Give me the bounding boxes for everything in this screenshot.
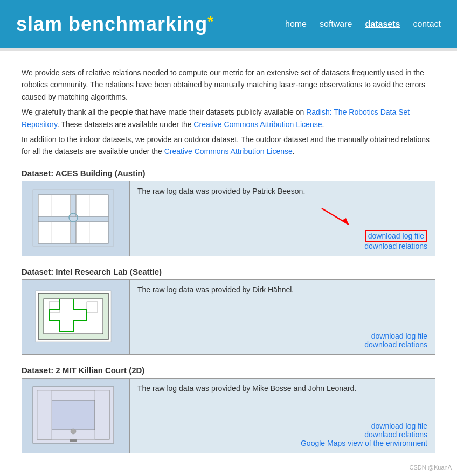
nav-contact[interactable]: contact [413, 19, 441, 29]
dataset-intel-title: Dataset: Intel Research Lab (Seattle) [22, 267, 435, 276]
cc-license-link-2[interactable]: Creative Commons Attribution License [164, 147, 293, 156]
svg-rect-28 [52, 400, 95, 430]
aces-download-log-link[interactable]: download log file [365, 230, 427, 242]
svg-rect-5 [76, 222, 108, 243]
nav-software[interactable]: software [320, 19, 352, 29]
mit-download-log-link[interactable]: download log file [301, 422, 427, 430]
svg-rect-4 [38, 222, 71, 243]
dataset-aces-table: The raw log data was provided by Patrick… [22, 181, 435, 256]
dataset-mit-title: Dataset: 2 MIT Killian Court (2D) [22, 366, 435, 375]
main-content: We provide sets of relative relations ne… [0, 51, 457, 470]
intro-p1: We provide sets of relative relations ne… [22, 67, 435, 103]
site-logo: slam benchmarking* [16, 13, 214, 36]
dataset-mit-description: The raw log data was provided by Mike Bo… [137, 384, 427, 393]
svg-line-17 [322, 208, 349, 225]
svg-rect-2 [38, 195, 71, 216]
svg-point-31 [71, 429, 76, 434]
dataset-aces-description: The raw log data was provided by Patrick… [137, 187, 427, 195]
cc-license-link-1[interactable]: Creative Commons Attribution License [193, 120, 322, 129]
mit-download-relations-link[interactable]: downlaod relations [301, 430, 427, 439]
aces-map-svg [22, 181, 124, 254]
dataset-intel: Dataset: Intel Research Lab (Seattle) [22, 267, 435, 355]
dataset-mit-info-cell: The raw log data was provided by Mike Bo… [130, 378, 435, 453]
dataset-aces-links: download log file download relations [364, 230, 427, 250]
arrow-svg [316, 203, 359, 230]
header: slam benchmarking* home software dataset… [0, 0, 457, 48]
intel-download-log-link[interactable]: download log file [364, 332, 427, 340]
dataset-intel-map-cell [22, 279, 130, 354]
logo-text: slam benchmarking [16, 13, 207, 35]
dataset-aces-info-cell: The raw log data was provided by Patrick… [130, 181, 435, 256]
dataset-mit-map-cell [22, 378, 130, 453]
dataset-aces-title: Dataset: ACES Building (Austin) [22, 169, 435, 178]
dataset-intel-info-cell: The raw log data was provided by Dirk Hä… [130, 279, 435, 354]
svg-rect-29 [37, 390, 52, 439]
dataset-aces-map-cell [22, 181, 130, 256]
svg-rect-32 [70, 439, 77, 442]
dataset-intel-table: The raw log data was provided by Dirk Hä… [22, 279, 435, 355]
dataset-mit-table: The raw log data was provided by Mike Bo… [22, 378, 435, 453]
logo-star: * [207, 13, 214, 30]
intro-p3: In addition to the indoor datasets, we p… [22, 134, 435, 158]
nav-datasets[interactable]: datasets [365, 19, 400, 29]
dataset-intel-links: download log file download relations [364, 332, 427, 349]
intel-map-svg [22, 280, 124, 353]
aces-arrow [316, 203, 359, 232]
watermark: CSDN @KuanA [410, 464, 452, 470]
dataset-mit: Dataset: 2 MIT Killian Court (2D) [22, 366, 435, 453]
mit-google-maps-link[interactable]: Google Maps view of the environment [301, 439, 427, 447]
main-nav: home software datasets contact [285, 19, 441, 29]
intel-download-relations-link[interactable]: download relations [364, 340, 427, 349]
aces-download-relations-link[interactable]: download relations [364, 242, 427, 250]
intro-p2: We gratefully thank all the people that … [22, 106, 435, 130]
mit-map-svg [22, 379, 124, 451]
intro-paragraph: We provide sets of relative relations ne… [22, 67, 435, 158]
dataset-aces: Dataset: ACES Building (Austin) [22, 169, 435, 256]
nav-home[interactable]: home [285, 19, 307, 29]
dataset-mit-links: download log file downlaod relations Goo… [301, 422, 427, 447]
dataset-intel-description: The raw log data was provided by Dirk Hä… [137, 285, 427, 294]
svg-rect-30 [95, 390, 109, 439]
svg-rect-3 [76, 195, 108, 216]
